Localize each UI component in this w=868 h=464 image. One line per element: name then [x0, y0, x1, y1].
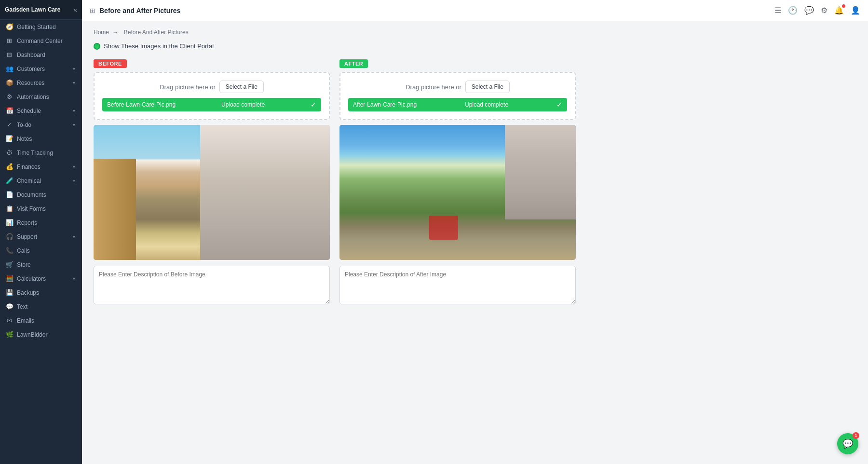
sidebar-item-reports[interactable]: 📊 Reports: [0, 216, 82, 230]
sidebar-item-resources[interactable]: 📦 Resources ▼: [0, 76, 82, 90]
notification-icon[interactable]: 🔔: [834, 6, 844, 15]
sidebar-item-getting-started[interactable]: 🧭 Getting Started: [0, 20, 82, 34]
nav-label-dashboard: Dashboard: [17, 52, 45, 58]
breadcrumb-current: Before And After Pictures: [124, 29, 189, 36]
nav-icon-customers: 👥: [6, 65, 13, 72]
before-select-file-button[interactable]: Select a File: [219, 81, 264, 93]
nav-icon-resources: 📦: [6, 79, 13, 86]
sidebar-item-lawnbidder[interactable]: 🌿 LawnBidder: [0, 328, 82, 341]
sidebar-item-to-do[interactable]: ✓ To-do ▼: [0, 118, 82, 132]
nav-label-store: Store: [17, 261, 31, 268]
topbar-right: ☰ 🕐 💬 ⚙ 🔔 👤: [774, 6, 860, 15]
sidebar-item-text[interactable]: 💬 Text: [0, 300, 82, 314]
nav-icon-to-do: ✓: [6, 121, 13, 128]
sidebar-item-calls[interactable]: 📞 Calls: [0, 244, 82, 258]
after-select-file-button[interactable]: Select a File: [465, 81, 510, 93]
after-lawn-image: [339, 125, 576, 260]
before-lawn-image: [94, 125, 330, 260]
after-drop-zone[interactable]: Drag picture here or Select a File: [348, 81, 567, 93]
show-images-toggle[interactable]: Show These Images in the Client Portal: [94, 42, 856, 50]
nav-icon-documents: 📄: [6, 191, 13, 198]
after-panel: AFTER Drag picture here or Select a File…: [339, 59, 576, 306]
nav-icon-reports: 📊: [6, 219, 13, 226]
sidebar-item-backups[interactable]: 💾 Backups: [0, 286, 82, 300]
before-drop-zone[interactable]: Drag picture here or Select a File: [102, 81, 321, 93]
nav-label-chemical: Chemical: [17, 177, 41, 184]
sidebar-collapse-button[interactable]: «: [73, 6, 77, 14]
before-filename: Before-Lawn-Care-Pic.png: [107, 101, 176, 108]
page-title: Before and After Pictures: [99, 7, 180, 14]
sidebar-item-visit-forms[interactable]: 📋 Visit Forms: [0, 202, 82, 216]
nav-label-schedule: Schedule: [17, 108, 41, 114]
settings-icon[interactable]: ⚙: [821, 6, 827, 15]
before-after-container: BEFORE Drag picture here or Select a Fil…: [94, 59, 856, 306]
nav-label-calls: Calls: [17, 247, 30, 254]
before-upload-check-icon: ✓: [311, 101, 316, 109]
before-photo-preview: [94, 125, 330, 260]
sidebar-item-command-center[interactable]: ⊞ Command Center: [0, 34, 82, 48]
before-description-input[interactable]: [94, 266, 330, 304]
nav-label-notes: Notes: [17, 136, 32, 142]
nav-label-time-tracking: Time Tracking: [17, 150, 53, 156]
after-upload-progress: After-Lawn-Care-Pic.png Upload complete …: [348, 98, 567, 111]
nav-icon-calls: 📞: [6, 247, 13, 254]
notification-badge: [842, 4, 845, 8]
clock-icon[interactable]: 🕐: [788, 6, 798, 15]
sidebar-item-support[interactable]: 🎧 Support ▼: [0, 230, 82, 244]
before-label: BEFORE: [94, 59, 127, 68]
after-drag-text: Drag picture here or: [406, 83, 461, 91]
menu-icon[interactable]: ☰: [774, 6, 781, 15]
nav-label-resources: Resources: [17, 80, 44, 86]
sidebar-item-chemical[interactable]: 🧪 Chemical ▼: [0, 174, 82, 188]
chat-icon[interactable]: 💬: [804, 6, 814, 15]
sidebar-item-dashboard[interactable]: ⊟ Dashboard: [0, 48, 82, 62]
nav-arrow-chemical: ▼: [72, 178, 76, 183]
nav-icon-schedule: 📅: [6, 107, 13, 114]
nav-label-getting-started: Getting Started: [17, 24, 56, 30]
nav-items-container: 🧭 Getting Started ⊞ Command Center ⊟ Das…: [0, 20, 82, 341]
nav-icon-getting-started: 🧭: [6, 23, 13, 30]
after-upload-check-icon: ✓: [556, 101, 562, 109]
nav-label-support: Support: [17, 233, 37, 240]
after-description-input[interactable]: [339, 266, 576, 304]
nav-icon-command-center: ⊞: [6, 37, 13, 44]
sidebar-item-finances[interactable]: 💰 Finances ▼: [0, 160, 82, 174]
chat-bubble-button[interactable]: 💬 1: [837, 433, 858, 454]
before-panel: BEFORE Drag picture here or Select a Fil…: [94, 59, 330, 306]
sidebar-item-time-tracking[interactable]: ⏱ Time Tracking: [0, 146, 82, 160]
breadcrumb-separator: →: [112, 29, 118, 36]
nav-label-lawnbidder: LawnBidder: [17, 331, 47, 338]
nav-label-documents: Documents: [17, 191, 46, 198]
user-icon[interactable]: 👤: [851, 6, 860, 15]
breadcrumb-home[interactable]: Home: [94, 29, 109, 36]
before-upload-progress: Before-Lawn-Care-Pic.png Upload complete…: [102, 98, 321, 111]
before-upload-area: Drag picture here or Select a File Befor…: [94, 72, 330, 120]
nav-icon-visit-forms: 📋: [6, 205, 13, 212]
sidebar-item-emails[interactable]: ✉ Emails: [0, 314, 82, 328]
nav-icon-text: 💬: [6, 303, 13, 310]
sidebar-item-schedule[interactable]: 📅 Schedule ▼: [0, 104, 82, 118]
sidebar-item-customers[interactable]: 👥 Customers ▼: [0, 62, 82, 76]
sidebar-item-automations[interactable]: ⚙ Automations: [0, 90, 82, 104]
sidebar-item-calculators[interactable]: 🧮 Calculators ▼: [0, 272, 82, 286]
after-upload-status-text: Upload complete: [465, 101, 508, 108]
after-photo-preview: [339, 125, 576, 260]
nav-arrow-resources: ▼: [72, 81, 76, 85]
sidebar-item-store[interactable]: 🛒 Store: [0, 258, 82, 272]
nav-arrow-to-do: ▼: [72, 123, 76, 127]
sidebar-item-documents[interactable]: 📄 Documents: [0, 188, 82, 202]
breadcrumb: Home → Before And After Pictures: [94, 29, 856, 36]
nav-arrow-finances: ▼: [72, 164, 76, 169]
sidebar-item-notes[interactable]: 📝 Notes: [0, 132, 82, 146]
before-upload-status-text: Upload complete: [221, 101, 265, 108]
nav-label-to-do: To-do: [17, 122, 31, 128]
page-icon: ⊞: [90, 7, 95, 14]
nav-icon-dashboard: ⊟: [6, 51, 13, 58]
topbar: ⊞ Before and After Pictures ☰ 🕐 💬 ⚙ 🔔 👤: [82, 0, 868, 21]
topbar-left: ⊞ Before and After Pictures: [90, 7, 180, 14]
main-content: ⊞ Before and After Pictures ☰ 🕐 💬 ⚙ 🔔 👤 …: [82, 0, 868, 464]
nav-arrow-support: ▼: [72, 234, 76, 239]
nav-icon-time-tracking: ⏱: [6, 149, 13, 156]
after-upload-area: Drag picture here or Select a File After…: [339, 72, 576, 120]
nav-icon-finances: 💰: [6, 163, 13, 170]
